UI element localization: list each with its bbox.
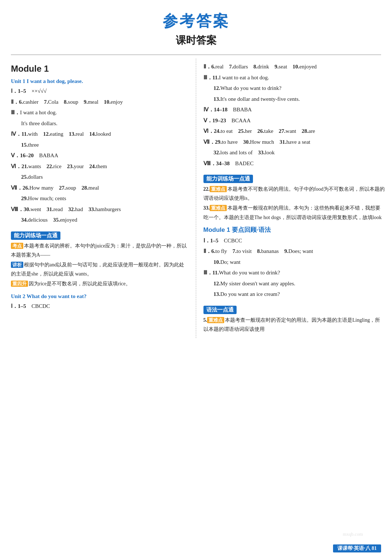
answer-vi-2: 25.dollars [11, 173, 189, 182]
footer-bar: 课课帮·英语·八 81 [333, 544, 381, 552]
note-tag-r2: 重难点 [210, 205, 227, 211]
roman-vii: Ⅶ． [11, 185, 23, 191]
r-answer-vi: Ⅵ．24.to eat 25.her 26.take 27.want 28.ar… [203, 127, 385, 136]
note-tag-g1: 重难点 [207, 317, 224, 323]
roman-v: Ⅴ． [11, 152, 20, 158]
roman-i-u2: Ⅰ． [11, 303, 18, 309]
answer-iii-2: It's three dollars. [11, 119, 189, 128]
page-container: 参考答案 课时答案 Module 1 Unit 1 I want a hot d… [0, 0, 392, 559]
answer-vii: Ⅶ．26.How many 27.soup 28.meal [11, 183, 189, 193]
grammar-box: 语法一点通 [203, 303, 385, 316]
r-answer-iv: Ⅳ．14–18 BBABA [203, 105, 385, 115]
r-answer-vii: Ⅶ．29.to have 30.How much 31.have a seat [203, 138, 385, 147]
mr-answer-ii: Ⅱ．6.to fly 7.to visit 8.bananas 9.Does; … [203, 247, 385, 256]
answer-i-u2: Ⅰ．1–5 CBCDC [11, 302, 189, 311]
r-answer-viii: Ⅷ．34–38 BADEC [203, 159, 385, 169]
r-answer-ii: Ⅱ．6.real 7.dollars 8.drink 9.seat 10.enj… [203, 62, 385, 72]
ability-label-1: 能力训练场一点通 [11, 231, 60, 240]
unit2-title: Unit 2 What do you want to eat? [11, 293, 189, 300]
mr-answer-iii-13: 13.Do you want an ice cream? [203, 290, 385, 299]
answer-viii: Ⅷ．30.went 31.read 32.had 33.hamburgers [11, 205, 189, 214]
r-answer-iii-12: 12.What do you want to drink? [203, 84, 385, 93]
r-answer-v: Ⅴ．19–23 BCAAA [203, 116, 385, 126]
roman-iii: Ⅲ． [11, 110, 20, 115]
header: 参考答案 课时答案 [0, 0, 392, 51]
note2-1: 22.重难点本题考查不可数名词的用法。句子中的food为不可数名词，所以本题的谓… [203, 185, 385, 203]
answer-ii: Ⅱ．6.cashier 7.Cola 8.soup 9.meal 10.enjo… [11, 98, 189, 107]
note1-3: 重四升因为rice是不可数名词，所以此处应该填rice。 [11, 279, 189, 288]
roman-i: Ⅰ． [11, 88, 18, 94]
answer-i: Ⅰ．1–5 ××√√√ [11, 87, 189, 96]
answer-vi: Ⅵ．21.wants 22.rice 23.your 24.them [11, 162, 189, 171]
footer-page-label: 课课帮·英语·八 81 [333, 544, 381, 552]
roman-ii: Ⅱ． [11, 99, 19, 105]
two-col-layout: Module 1 Unit 1 I want a hot dog, please… [0, 59, 392, 338]
mr-answer-iii: Ⅲ．11.What do you want to drink? [203, 268, 385, 278]
note1-2: 讲析根据句中的and以及前一句话可知，此处应该使用一般现在时。因为此处的主语是s… [11, 260, 189, 278]
answer-v: Ⅴ．16–20 BABAA [11, 151, 189, 160]
r-answer-iii-13: 13.It's one dollar and twenty-five cents… [203, 95, 385, 104]
r-answer-iii: Ⅲ．11.I want to eat a hot dog. [203, 73, 385, 83]
ability-label-2: 能力训练场一点通 [203, 175, 253, 183]
left-column: Module 1 Unit 1 I want a hot dog, please… [0, 59, 196, 338]
answer-iii: Ⅲ．I want a hot dog. [11, 108, 189, 118]
right-column: Ⅱ．6.real 7.dollars 8.drink 9.seat 10.enj… [196, 59, 392, 338]
mr-answer-i: Ⅰ．1–5 CCBCC [203, 236, 385, 246]
mr-answer-iii-12: 12.My sister doesn't want any apples. [203, 279, 385, 289]
answer-iv: Ⅳ．11.with 12.eating 13.real 14.looked [11, 130, 189, 139]
answer-iv-2: 15.three [11, 140, 189, 150]
answer-vii-2: 29.How much; cents [11, 194, 189, 203]
roman-iv: Ⅳ． [11, 131, 21, 137]
mr-answer-ii-10: 10.Do; want [203, 258, 385, 267]
module-title: Module 1 [11, 64, 189, 74]
roman-viii: Ⅷ． [11, 206, 24, 212]
unit1-title: Unit 1 I want a hot dog, please. [11, 78, 189, 84]
ability-box-1: 能力训练场一点通 [11, 229, 189, 241]
note-tag-2: 讲析 [11, 262, 23, 268]
note-tag-3: 重四升 [11, 281, 28, 287]
note-tag-r1: 重难点 [210, 186, 227, 192]
note2-2: 33.重难点本题考查一般现在时的用法。本句为：这些热狗看起来不错，我想要吃一个。… [203, 203, 385, 222]
grammar-label: 语法一点通 [203, 306, 237, 314]
note1-1: 考点本题考查名词的辨析。本句中的juice应为：果汁，是饮品中的一种，所以本题答… [11, 241, 189, 259]
r-answer-vii-32: 32.lots and lots of 33.look [203, 148, 385, 158]
watermark: mxqb.com [343, 531, 363, 537]
ability-box-2: 能力训练场一点通 [203, 172, 385, 185]
module-review-title: Module 1 要点回顾·语法 [203, 226, 385, 234]
sub-title: 课时答案 [0, 33, 392, 47]
grammar-note: 5.重难点本题考查一般现在时的否定句的用法。因为本题的主语是Lingling，所… [203, 316, 385, 334]
top-divider [11, 55, 381, 55]
main-title: 参考答案 [0, 11, 392, 31]
roman-vi: Ⅵ． [11, 163, 21, 169]
note-tag-1: 考点 [11, 243, 23, 249]
answer-viii-2: 34.delicious 35.enjoyed [11, 215, 189, 225]
